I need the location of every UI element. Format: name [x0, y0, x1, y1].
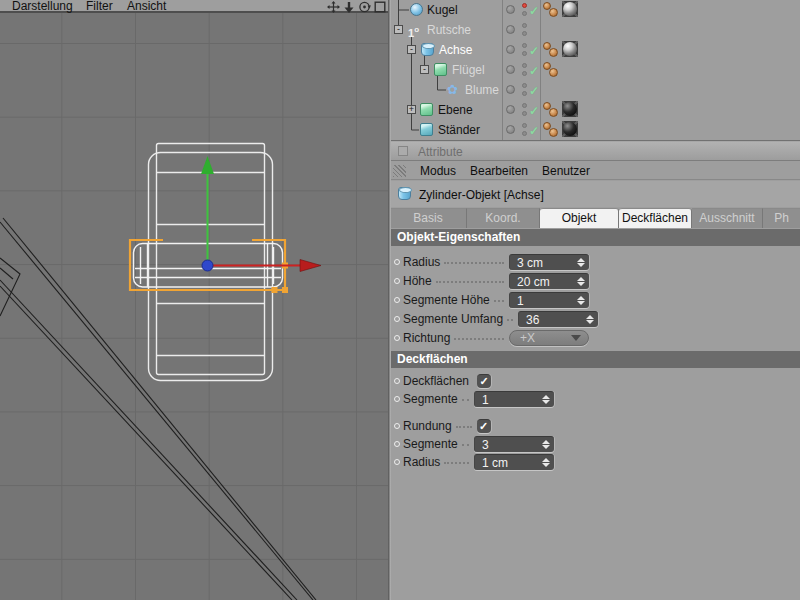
property-row-radius-rundung: Radius 1 cm: [394, 454, 554, 470]
menu-darstellung[interactable]: Darstellung: [12, 0, 73, 13]
tree-item-kugel[interactable]: Kugel: [427, 0, 458, 20]
rundung-checkbox[interactable]: ✓: [477, 419, 491, 433]
pan-icon[interactable]: [327, 1, 340, 13]
null-object-icon: 1o: [408, 23, 421, 36]
visibility-dot-editor[interactable]: [522, 123, 527, 128]
animation-toggle[interactable]: [394, 278, 400, 284]
viewport-panel[interactable]: Darstellung Filter Ansicht: [0, 0, 390, 600]
tab-objekt[interactable]: Objekt: [540, 208, 619, 228]
visibility-dot-editor[interactable]: [522, 23, 527, 28]
tree-item-rutsche[interactable]: Rutsche: [427, 20, 471, 40]
panel-divider[interactable]: [388, 0, 391, 600]
tab-ausschnitt[interactable]: Ausschnitt: [692, 208, 763, 228]
animation-toggle[interactable]: [394, 441, 400, 447]
spinner-arrows-icon[interactable]: [584, 315, 598, 324]
enable-check-icon[interactable]: ✓: [529, 45, 539, 57]
collapse-toggle[interactable]: -: [420, 65, 429, 74]
visibility-dot-renderer[interactable]: [522, 71, 527, 76]
layer-dot[interactable]: [506, 85, 515, 94]
dock-icon[interactable]: [398, 146, 408, 156]
visibility-dot-editor[interactable]: [522, 43, 527, 48]
tree-item-achse[interactable]: Achse: [439, 40, 472, 60]
material-tag[interactable]: [562, 101, 578, 117]
menu-modus[interactable]: Modus: [420, 164, 456, 178]
enable-check-icon[interactable]: ✓: [529, 85, 539, 97]
menu-filter[interactable]: Filter: [86, 0, 113, 13]
material-tag[interactable]: [562, 121, 578, 137]
collapse-toggle[interactable]: -: [394, 25, 403, 34]
layer-dot[interactable]: [506, 125, 515, 134]
layer-dot[interactable]: [506, 105, 515, 114]
menu-benutzer[interactable]: Benutzer: [542, 164, 590, 178]
visibility-dot-renderer[interactable]: [522, 131, 527, 136]
segmente-hoehe-field[interactable]: 1: [509, 292, 589, 308]
segmente-rundung-field[interactable]: 3: [474, 436, 554, 452]
phong-tag-icon[interactable]: [549, 128, 558, 137]
phong-tag-icon[interactable]: [549, 68, 558, 77]
visibility-dot-editor[interactable]: [522, 103, 527, 108]
hoehe-field[interactable]: 20 cm: [509, 273, 589, 289]
rotate-icon[interactable]: [358, 1, 371, 13]
tab-deckflaechen[interactable]: Deckflächen: [619, 208, 692, 228]
layer-dot[interactable]: [506, 45, 515, 54]
grip-icon[interactable]: [393, 165, 406, 177]
layer-dot[interactable]: [506, 5, 515, 14]
enable-check-icon[interactable]: ✓: [529, 105, 539, 117]
visibility-dot-renderer[interactable]: [522, 11, 527, 16]
dot-leader: [444, 454, 469, 464]
tree-item-staender[interactable]: Ständer: [438, 120, 480, 140]
visibility-dot-editor[interactable]: [522, 63, 527, 68]
tree-item-blume[interactable]: Blume: [465, 80, 499, 100]
material-tag[interactable]: [562, 41, 578, 57]
animation-toggle[interactable]: [394, 378, 400, 384]
segmente-caps-field[interactable]: 1: [474, 391, 554, 407]
enable-check-icon[interactable]: ✓: [529, 125, 539, 137]
animation-toggle[interactable]: [394, 316, 400, 322]
tab-koord[interactable]: Koord.: [467, 208, 540, 228]
animation-toggle[interactable]: [394, 423, 400, 429]
segmente-umfang-field[interactable]: 36: [518, 311, 598, 327]
animation-toggle[interactable]: [394, 335, 400, 341]
spinner-arrows-icon[interactable]: [575, 296, 589, 305]
spinner-arrows-icon[interactable]: [540, 395, 554, 404]
menu-bearbeiten[interactable]: Bearbeiten: [470, 164, 528, 178]
dot-leader: [444, 254, 504, 264]
animation-toggle[interactable]: [394, 459, 400, 465]
phong-tag-icon[interactable]: [549, 108, 558, 117]
spinner-arrows-icon[interactable]: [540, 440, 554, 449]
richtung-dropdown[interactable]: +X: [509, 330, 589, 346]
property-row-rundung: Rundung ✓: [394, 418, 554, 434]
enable-check-icon[interactable]: ✓: [529, 65, 539, 77]
visibility-dot-renderer[interactable]: [522, 51, 527, 56]
zoom-arrow-icon[interactable]: [343, 1, 355, 13]
visibility-dot-editor[interactable]: [522, 3, 527, 8]
tab-basis[interactable]: Basis: [390, 208, 467, 228]
spinner-arrows-icon[interactable]: [575, 277, 589, 286]
visibility-dot-renderer[interactable]: [522, 111, 527, 116]
visibility-dot-renderer[interactable]: [522, 91, 527, 96]
animation-toggle[interactable]: [394, 396, 400, 402]
deckflaechen-checkbox[interactable]: ✓: [477, 374, 491, 388]
collapse-toggle[interactable]: -: [407, 45, 416, 54]
animation-toggle[interactable]: [394, 297, 400, 303]
tree-item-fluegel[interactable]: Flügel: [452, 60, 485, 80]
visibility-dot-editor[interactable]: [522, 83, 527, 88]
visibility-dot-renderer[interactable]: [522, 31, 527, 36]
expand-toggle[interactable]: +: [407, 105, 416, 114]
field-value: 3: [475, 438, 540, 452]
phong-tag-icon[interactable]: [549, 48, 558, 57]
tree-item-ebene[interactable]: Ebene: [438, 100, 473, 120]
enable-check-icon[interactable]: ✓: [529, 5, 539, 17]
spinner-arrows-icon[interactable]: [540, 458, 554, 467]
radius-field[interactable]: 3 cm: [509, 254, 589, 270]
spinner-arrows-icon[interactable]: [575, 258, 589, 267]
radius-rundung-field[interactable]: 1 cm: [474, 454, 554, 470]
layer-dot[interactable]: [506, 25, 515, 34]
maximize-icon[interactable]: [374, 1, 386, 13]
menu-ansicht[interactable]: Ansicht: [127, 0, 166, 13]
layer-dot[interactable]: [506, 65, 515, 74]
animation-toggle[interactable]: [394, 259, 400, 265]
material-tag[interactable]: [562, 1, 578, 17]
phong-tag-icon[interactable]: [549, 8, 558, 17]
tab-phong[interactable]: Ph: [763, 208, 800, 228]
